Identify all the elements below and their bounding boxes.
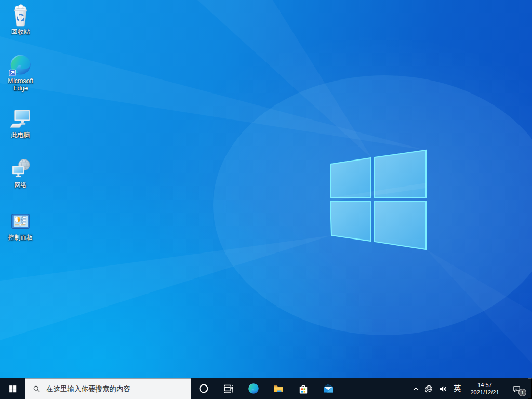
task-view-icon xyxy=(222,382,235,395)
clock-time: 14:57 xyxy=(477,381,492,389)
desktop-icon-network[interactable]: 网络 xyxy=(1,156,40,189)
search-icon xyxy=(32,384,41,393)
taskbar-app-task-view[interactable] xyxy=(216,378,241,399)
desktop-icon-label: 此电脑 xyxy=(11,131,30,139)
windows-desktop: 回收站 Microsoft Edge 此电脑 网络 控制面板 xyxy=(0,0,532,399)
taskbar-app-file-explorer[interactable] xyxy=(266,378,291,399)
edge-icon xyxy=(8,52,33,77)
desktop-icon-label: 控制面板 xyxy=(8,234,33,241)
desktop-icon-control-panel[interactable]: 控制面板 xyxy=(1,209,40,241)
start-button[interactable] xyxy=(0,378,25,399)
show-desktop-button[interactable] xyxy=(528,378,532,399)
windows-logo-icon xyxy=(8,384,17,393)
desktop-icon-microsoft-edge[interactable]: Microsoft Edge xyxy=(1,52,40,92)
taskbar-app-cortana[interactable] xyxy=(191,378,216,399)
taskbar-empty-area xyxy=(341,378,409,399)
cortana-icon xyxy=(197,382,210,395)
desktop-wallpaper[interactable] xyxy=(0,0,532,378)
this-pc-icon xyxy=(8,107,33,131)
microsoft-store-icon xyxy=(297,382,310,395)
ime-label: 英 xyxy=(454,384,461,393)
taskbar-app-edge[interactable] xyxy=(241,378,266,399)
control-panel-icon xyxy=(8,209,33,233)
desktop-icon-label: Microsoft Edge xyxy=(1,77,40,92)
network-status-button[interactable] xyxy=(422,378,436,399)
action-center-button[interactable]: 1 xyxy=(505,378,528,399)
network-icon xyxy=(8,156,33,181)
desktop-icon-this-pc[interactable]: 此电脑 xyxy=(1,107,40,139)
windows-logo-wallpaper-art xyxy=(0,0,532,378)
chevron-up-icon xyxy=(411,384,420,393)
speaker-icon xyxy=(438,384,447,393)
volume-button[interactable] xyxy=(436,378,450,399)
notification-badge: 1 xyxy=(518,389,526,396)
desktop-icon-label: 网络 xyxy=(15,181,27,189)
search-input[interactable] xyxy=(46,385,187,393)
edge-icon xyxy=(247,382,260,395)
desktop-icon-recycle-bin[interactable]: 回收站 xyxy=(1,3,40,35)
file-explorer-icon xyxy=(272,382,285,395)
desktop-icon-label: 回收站 xyxy=(11,28,30,35)
mail-icon xyxy=(322,382,335,395)
system-tray: 英 14:57 2021/12/21 1 xyxy=(409,378,532,399)
taskbar-search[interactable] xyxy=(25,378,191,399)
clock-date: 2021/12/21 xyxy=(470,389,499,396)
taskbar-app-microsoft-store[interactable] xyxy=(291,378,316,399)
taskbar-app-mail[interactable] xyxy=(316,378,341,399)
taskbar: 英 14:57 2021/12/21 1 xyxy=(0,378,532,399)
globe-no-internet-icon xyxy=(424,384,433,393)
clock[interactable]: 14:57 2021/12/21 xyxy=(464,378,505,399)
recycle-bin-icon xyxy=(8,3,33,28)
show-hidden-icons-button[interactable] xyxy=(409,378,422,399)
ime-language-indicator[interactable]: 英 xyxy=(450,378,464,399)
